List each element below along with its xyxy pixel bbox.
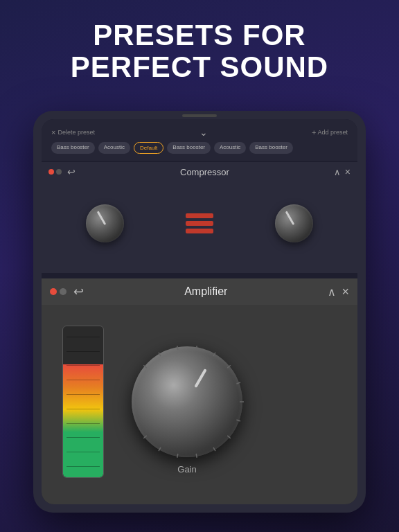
svg-line-4 (213, 353, 215, 356)
amplifier-title: Amplifier (89, 285, 322, 298)
preset-chip-acoustic-1[interactable]: Acoustic (98, 142, 130, 154)
vu-line (66, 437, 100, 438)
svg-line-9 (227, 436, 231, 438)
vu-line (66, 337, 100, 337)
preset-bar: Delete preset ⌄ Add preset Bass booster … (42, 119, 357, 161)
tablet-camera-bar (182, 114, 217, 117)
knob-ticks-svg: // Tick marks rendered inline below (123, 338, 251, 466)
compressor-close-button[interactable]: × (345, 166, 351, 177)
vu-line (66, 394, 100, 395)
compressor-chevron-icon[interactable]: ∧ (334, 167, 341, 177)
meter-bar-3 (186, 229, 213, 233)
amplifier-chevron-icon[interactable]: ∧ (328, 285, 336, 299)
gain-label: Gain (177, 464, 196, 475)
vu-line (66, 409, 100, 409)
vu-line (66, 452, 100, 452)
dot-gray-icon (56, 169, 62, 175)
preset-chip-acoustic-2[interactable]: Acoustic (214, 142, 246, 154)
svg-line-0 (143, 365, 147, 368)
amplifier-panel: ↩ Amplifier ∧ × (42, 278, 357, 504)
preset-chip-bass-booster-3[interactable]: Bass booster (249, 142, 293, 154)
svg-line-13 (159, 447, 161, 451)
vu-line (66, 380, 100, 380)
preset-chip-bass-booster-2[interactable]: Bass booster (167, 142, 211, 154)
meter-bar-1 (186, 213, 213, 218)
compressor-title: Compressor (80, 167, 330, 177)
compressor-panel: ↩ Compressor ∧ × (42, 162, 357, 273)
svg-line-8 (236, 420, 240, 421)
gain-knob-wrapper: // Tick marks rendered inline below (132, 346, 242, 457)
compressor-knobs-area (42, 181, 357, 265)
gain-knob[interactable]: // Tick marks rendered inline below (132, 346, 242, 457)
svg-line-2 (177, 346, 178, 350)
compressor-knob-right[interactable] (275, 204, 313, 242)
add-preset-button[interactable]: Add preset (312, 127, 348, 138)
dot-red-icon (48, 169, 54, 175)
hero-text: PRESETS FOR PERFECT SOUND (0, 19, 399, 83)
amp-dot-red-icon (50, 288, 57, 295)
svg-line-6 (236, 382, 240, 384)
amplifier-header: ↩ Amplifier ∧ × (42, 278, 357, 305)
amplifier-body: // Tick marks rendered inline below (42, 305, 357, 499)
compressor-back-button[interactable]: ↩ (67, 166, 76, 177)
compressor-meter (186, 213, 213, 233)
amplifier-controls: ∧ × (328, 285, 349, 299)
amp-dots (50, 288, 66, 295)
svg-line-5 (227, 365, 231, 368)
presets-scroll-list: Bass booster Acoustic Default Bass boost… (48, 139, 351, 157)
meter-bar-2 (186, 221, 213, 226)
svg-line-14 (143, 436, 147, 438)
vu-line (66, 351, 100, 352)
svg-line-10 (213, 447, 215, 451)
amplifier-back-button[interactable]: ↩ (73, 284, 84, 299)
compressor-knob-left[interactable] (86, 204, 124, 242)
vu-line (66, 466, 100, 467)
chevron-down-icon[interactable]: ⌄ (200, 127, 208, 138)
compressor-controls: ∧ × (334, 166, 351, 177)
compressor-header: ↩ Compressor ∧ × (42, 162, 357, 181)
tablet-device: Delete preset ⌄ Add preset Bass booster … (33, 111, 366, 513)
svg-line-11 (196, 454, 197, 458)
hero-line1: PRESETS FOR (0, 19, 399, 51)
svg-line-12 (177, 454, 178, 458)
preset-chip-bass-booster-1[interactable]: Bass booster (51, 142, 95, 154)
vu-line (66, 365, 100, 366)
delete-preset-button[interactable]: Delete preset (51, 127, 95, 138)
preset-chip-default[interactable]: Default (134, 142, 163, 154)
svg-line-1 (159, 353, 161, 356)
tablet-screen: Delete preset ⌄ Add preset Bass booster … (42, 119, 357, 504)
hero-line2: PERFECT SOUND (0, 51, 399, 83)
vu-meter (62, 326, 104, 478)
vu-line (66, 423, 100, 424)
vu-lines (63, 326, 103, 477)
compressor-dots (48, 169, 62, 175)
amp-dot-gray-icon (60, 288, 66, 295)
amplifier-close-button[interactable]: × (342, 285, 349, 299)
svg-line-3 (196, 346, 197, 350)
